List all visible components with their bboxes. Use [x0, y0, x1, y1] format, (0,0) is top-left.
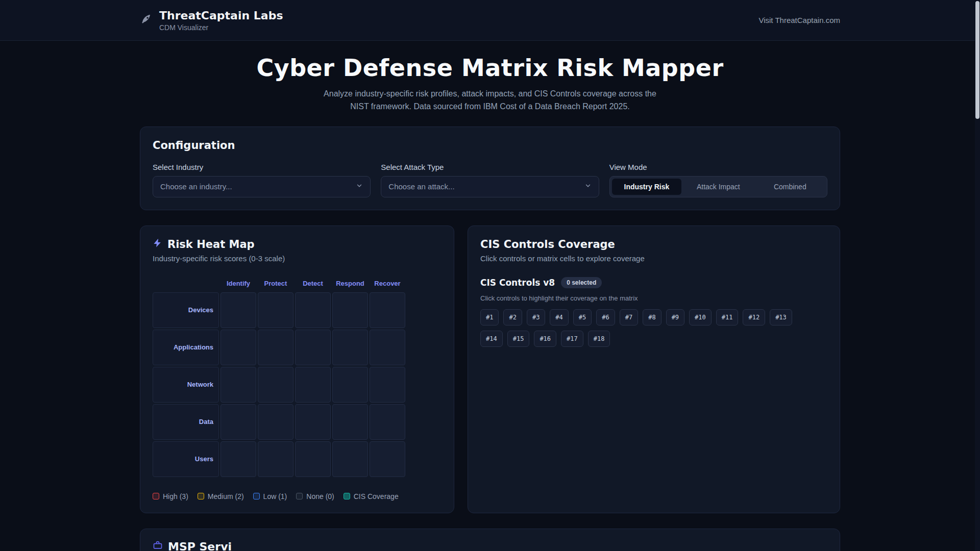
heatmap-cell-applications-respond[interactable]: [332, 330, 368, 365]
scrollbar-thumb[interactable]: [975, 1, 979, 119]
heatmap-cell-network-recover[interactable]: [370, 367, 405, 403]
industry-field: Select Industry Choose an industry...: [153, 163, 371, 197]
heatmap-cell-devices-respond[interactable]: [332, 292, 368, 328]
page-subtitle-line1: Analyze industry-specific risk profiles,…: [324, 89, 656, 98]
view-mode-combined[interactable]: Combined: [755, 179, 825, 195]
cis-coverage-panel: CIS Controls Coverage Click controls or …: [468, 226, 840, 513]
header-inner: ThreatCaptain Labs CDM Visualizer Visit …: [140, 9, 840, 32]
cis-control-1[interactable]: #1: [480, 309, 499, 325]
industry-label: Select Industry: [153, 163, 371, 171]
legend-label-low-1-: Low (1): [263, 492, 287, 500]
low-1--swatch: [253, 493, 260, 499]
heatmap-legend: High (3)Medium (2)Low (1)None (0)CIS Cov…: [153, 492, 442, 500]
legend-label-cis-coverage: CIS Coverage: [354, 492, 399, 500]
cis-control-3[interactable]: #3: [527, 309, 545, 325]
heatmap-cell-network-respond[interactable]: [332, 367, 368, 403]
column-header-protect: Protect: [258, 276, 293, 291]
panels-row: Risk Heat Map Industry-specific risk sco…: [140, 226, 840, 513]
risk-heatmap-panel: Risk Heat Map Industry-specific risk sco…: [140, 226, 454, 513]
row-label-users: Users: [153, 441, 219, 477]
page-scrollbar[interactable]: [975, 0, 980, 551]
heatmap-cell-users-identify[interactable]: [220, 441, 256, 477]
cis-control-10[interactable]: #10: [689, 309, 712, 325]
cis-control-17[interactable]: #17: [561, 331, 583, 347]
visit-threatcaptain-link[interactable]: Visit ThreatCaptain.com: [758, 16, 840, 24]
cis-control-11[interactable]: #11: [716, 309, 739, 325]
heatmap-grid: IdentifyProtectDetectRespondRecoverDevic…: [153, 276, 442, 477]
cis-control-13[interactable]: #13: [770, 309, 792, 325]
heatmap-cell-devices-detect[interactable]: [295, 292, 331, 328]
heatmap-cell-data-identify[interactable]: [220, 404, 256, 440]
attack-select[interactable]: Choose an attack...: [381, 176, 599, 197]
chevron-down-icon: [584, 182, 592, 191]
msp-title: MSP Servi: [168, 540, 232, 551]
heatmap-cell-users-recover[interactable]: [370, 441, 405, 477]
cis-control-8[interactable]: #8: [643, 309, 661, 325]
row-label-devices: Devices: [153, 292, 219, 328]
cis-control-18[interactable]: #18: [588, 331, 610, 347]
cis-controls-row: #1#2#3#4#5#6#7#8#9#10#11#12#13: [480, 309, 827, 325]
heatmap-cell-devices-protect[interactable]: [258, 292, 293, 328]
row-label-data: Data: [153, 404, 219, 440]
cis-control-7[interactable]: #7: [620, 309, 638, 325]
configuration-panel: Configuration Select Industry Choose an …: [140, 127, 840, 210]
heatmap-cell-users-respond[interactable]: [332, 441, 368, 477]
heatmap-cell-network-protect[interactable]: [258, 367, 293, 403]
heatmap-cell-applications-detect[interactable]: [295, 330, 331, 365]
medium-2--swatch: [198, 493, 204, 499]
cis-coverage-swatch: [344, 493, 350, 499]
cis-control-14[interactable]: #14: [480, 331, 503, 347]
app-header: ThreatCaptain Labs CDM Visualizer Visit …: [0, 0, 980, 41]
heatmap-cell-devices-identify[interactable]: [220, 292, 256, 328]
none-0--swatch: [296, 493, 303, 499]
heatmap-cell-data-respond[interactable]: [332, 404, 368, 440]
legend-item-cis-coverage: CIS Coverage: [344, 492, 399, 500]
heatmap-cell-users-detect[interactable]: [295, 441, 331, 477]
cis-control-12[interactable]: #12: [743, 309, 765, 325]
msp-title-row: MSP Servi: [153, 540, 827, 551]
heatmap-corner: [153, 276, 219, 291]
heatmap-cell-users-protect[interactable]: [258, 441, 293, 477]
heatmap-cell-applications-identify[interactable]: [220, 330, 256, 365]
heatmap-cell-network-identify[interactable]: [220, 367, 256, 403]
heatmap-cell-devices-recover[interactable]: [370, 292, 405, 328]
column-header-detect: Detect: [295, 276, 331, 291]
cis-title: CIS Controls Coverage: [480, 238, 827, 251]
heatmap-cell-applications-recover[interactable]: [370, 330, 405, 365]
brand-text: ThreatCaptain Labs CDM Visualizer: [159, 9, 283, 32]
view-mode-attack-impact[interactable]: Attack Impact: [683, 179, 753, 195]
heatmap-cell-network-detect[interactable]: [295, 367, 331, 403]
heatmap-title-row: Risk Heat Map: [153, 238, 442, 251]
row-label-network: Network: [153, 367, 219, 403]
cis-control-4[interactable]: #4: [550, 309, 568, 325]
cis-control-5[interactable]: #5: [573, 309, 592, 325]
heatmap-title: Risk Heat Map: [167, 238, 255, 251]
view-mode-field: View Mode Industry RiskAttack ImpactComb…: [609, 163, 827, 197]
brand-subtitle: CDM Visualizer: [159, 23, 283, 32]
industry-select-value: Choose an industry...: [160, 182, 232, 191]
attack-select-value: Choose an attack...: [388, 182, 454, 191]
page-subtitle-line2: NIST framework. Data sourced from IBM Co…: [350, 102, 629, 111]
chevron-down-icon: [356, 182, 363, 191]
legend-item-low-1-: Low (1): [253, 492, 287, 500]
heatmap-subtitle: Industry-specific risk scores (0-3 scale…: [153, 254, 442, 263]
cis-control-6[interactable]: #6: [596, 309, 615, 325]
heatmap-cell-data-recover[interactable]: [370, 404, 405, 440]
configuration-grid: Select Industry Choose an industry... Se…: [153, 163, 827, 197]
view-mode-industry-risk[interactable]: Industry Risk: [612, 179, 681, 195]
cis-subtitle: Click controls or matrix cells to explor…: [480, 254, 827, 263]
page-subtitle: Analyze industry-specific risk profiles,…: [140, 88, 840, 113]
cis-control-9[interactable]: #9: [666, 309, 684, 325]
heatmap-cell-applications-protect[interactable]: [258, 330, 293, 365]
heatmap-cell-data-detect[interactable]: [295, 404, 331, 440]
cis-control-15[interactable]: #15: [507, 331, 530, 347]
main-content: Cyber Defense Matrix Risk Mapper Analyze…: [140, 54, 840, 551]
attack-field: Select Attack Type Choose an attack...: [381, 163, 599, 197]
industry-select[interactable]: Choose an industry...: [153, 176, 371, 197]
cis-control-16[interactable]: #16: [534, 331, 556, 347]
legend-label-medium-2-: Medium (2): [208, 492, 244, 500]
heatmap-cell-data-protect[interactable]: [258, 404, 293, 440]
cis-version-row: CIS Controls v8 0 selected: [480, 277, 827, 288]
brand: ThreatCaptain Labs CDM Visualizer: [140, 9, 283, 32]
cis-control-2[interactable]: #2: [503, 309, 522, 325]
